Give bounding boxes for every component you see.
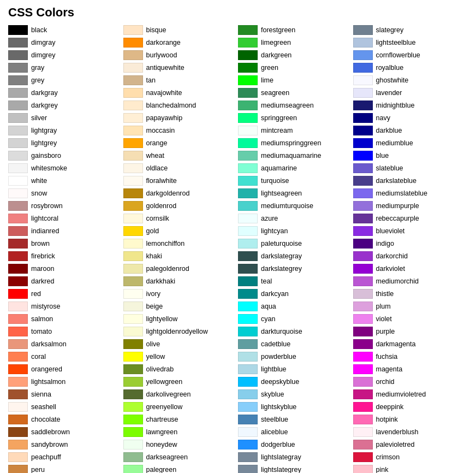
- list-item: lawngreen: [123, 426, 239, 438]
- color-name: blanchedalmond: [146, 102, 197, 109]
- color-swatch: [353, 440, 373, 450]
- color-swatch: [238, 138, 258, 148]
- color-swatch: [353, 314, 373, 324]
- color-name: pink: [376, 466, 389, 473]
- list-item: lavender: [353, 87, 468, 99]
- color-name: salmon: [31, 315, 53, 323]
- column-4: slategreylightsteelbluecornflowerblueroy…: [353, 24, 468, 473]
- color-swatch: [123, 339, 143, 349]
- list-item: beige: [123, 300, 239, 312]
- list-item: white: [8, 175, 123, 187]
- list-item: sandybrown: [8, 439, 123, 451]
- list-item: yellow: [123, 351, 239, 363]
- colors-grid: blackdimgraydimgreygraygreydarkgraydarkg…: [8, 24, 468, 473]
- list-item: navy: [353, 112, 468, 124]
- color-name: yellowgreen: [146, 378, 183, 386]
- list-item: aqua: [238, 300, 353, 312]
- color-swatch: [353, 389, 373, 399]
- color-swatch: [8, 113, 28, 123]
- list-item: lavenderblush: [353, 426, 468, 438]
- color-swatch: [353, 38, 373, 48]
- color-name: chocolate: [31, 416, 61, 423]
- color-swatch: [353, 352, 373, 362]
- color-name: lightgoldenrodyellow: [146, 328, 208, 335]
- color-name: darkgoldenrod: [146, 190, 190, 197]
- list-item: darkkhaki: [123, 275, 239, 287]
- color-swatch: [353, 301, 373, 311]
- list-item: orangered: [8, 363, 123, 375]
- color-name: deepskyblue: [261, 378, 299, 386]
- color-swatch: [123, 352, 143, 362]
- color-name: cornsilk: [146, 215, 169, 222]
- list-item: peachpuff: [8, 451, 123, 463]
- color-name: bisque: [146, 26, 166, 34]
- list-item: moccasin: [123, 125, 239, 137]
- color-name: mistyrose: [31, 303, 60, 310]
- color-swatch: [8, 75, 28, 85]
- column-3: forestgreenlimegreendarkgreengreenlimese…: [238, 24, 353, 473]
- list-item: darkgoldenrod: [123, 187, 239, 199]
- color-swatch: [123, 50, 143, 60]
- color-name: lightsalmon: [31, 378, 66, 386]
- color-name: darkred: [31, 277, 54, 285]
- color-swatch: [238, 352, 258, 362]
- list-item: cyan: [238, 313, 353, 325]
- color-swatch: [238, 126, 258, 135]
- color-name: paleturquoise: [261, 240, 302, 247]
- color-name: steelblue: [261, 416, 288, 423]
- color-name: coral: [31, 353, 46, 360]
- list-item: tan: [123, 74, 239, 86]
- color-name: springgreen: [261, 114, 297, 122]
- color-swatch: [123, 201, 143, 211]
- list-item: mediumaquamarine: [238, 150, 353, 162]
- list-item: navajowhite: [123, 87, 239, 99]
- color-swatch: [238, 276, 258, 286]
- list-item: forestgreen: [238, 24, 353, 36]
- color-swatch: [123, 25, 143, 35]
- list-item: chartreuse: [123, 413, 239, 425]
- color-name: dodgerblue: [261, 441, 295, 448]
- list-item: lightslategrey: [238, 464, 353, 473]
- color-name: darkkhaki: [146, 277, 176, 285]
- color-swatch: [238, 176, 258, 186]
- color-swatch: [8, 63, 28, 73]
- color-name: palegreen: [146, 466, 177, 473]
- color-name: darksalmon: [31, 340, 67, 348]
- color-swatch: [238, 427, 258, 437]
- color-name: thistle: [376, 290, 394, 298]
- color-name: lawngreen: [146, 428, 178, 436]
- list-item: orchid: [353, 376, 468, 388]
- color-swatch: [353, 151, 373, 161]
- color-name: oldlace: [146, 164, 168, 172]
- color-swatch: [238, 75, 258, 85]
- color-name: grey: [31, 76, 44, 84]
- color-name: darkgrey: [31, 102, 58, 109]
- color-name: lime: [261, 76, 273, 84]
- list-item: darkorchid: [353, 250, 468, 262]
- list-item: sienna: [8, 388, 123, 400]
- list-item: whitesmoke: [8, 162, 123, 174]
- color-name: purple: [376, 328, 395, 335]
- color-name: plum: [376, 303, 391, 310]
- list-item: mediumpurple: [353, 200, 468, 212]
- list-item: blue: [353, 150, 468, 162]
- color-swatch: [238, 38, 258, 48]
- color-name: mediumspringgreen: [261, 139, 321, 147]
- color-swatch: [238, 113, 258, 123]
- list-item: red: [8, 288, 123, 300]
- list-item: pink: [353, 464, 468, 473]
- color-swatch: [238, 389, 258, 399]
- color-swatch: [123, 465, 143, 473]
- list-item: darkolivegreen: [123, 388, 239, 400]
- color-name: midnightblue: [376, 102, 415, 109]
- color-name: rosybrown: [31, 202, 63, 210]
- list-item: gray: [8, 62, 123, 74]
- color-swatch: [8, 264, 28, 274]
- color-name: limegreen: [261, 39, 291, 46]
- list-item: blanchedalmond: [123, 99, 239, 111]
- color-name: lightsteelblue: [376, 39, 416, 46]
- color-swatch: [353, 339, 373, 349]
- color-swatch: [238, 364, 258, 374]
- color-swatch: [123, 452, 143, 462]
- column-1: blackdimgraydimgreygraygreydarkgraydarkg…: [8, 24, 123, 473]
